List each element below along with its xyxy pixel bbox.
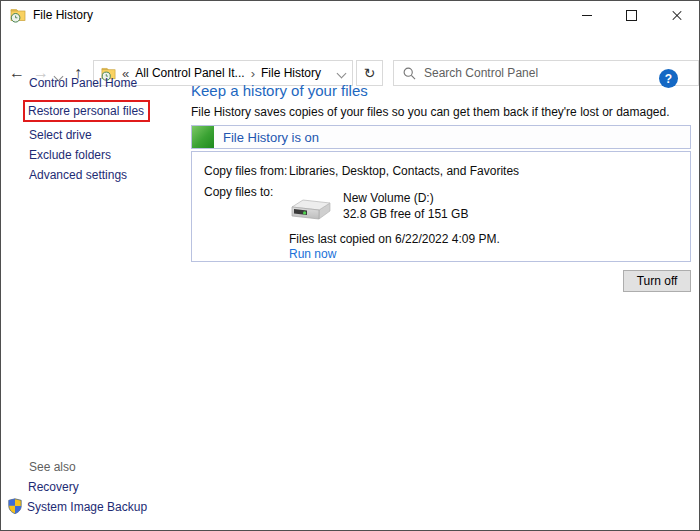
page-description: File History saves copies of your files … [191,105,670,119]
status-on-indicator [192,126,214,148]
address-dropdown-icon[interactable] [337,68,347,78]
last-copied-status: Files last copied on 6/22/2022 4:09 PM. [289,232,500,246]
uac-shield-icon [7,498,23,514]
sidebar-item-select-drive[interactable]: Select drive [29,128,92,142]
sidebar-item-system-image-backup[interactable]: System Image Backup [27,500,147,514]
breadcrumb-current[interactable]: File History [261,66,321,80]
refresh-icon: ↻ [364,65,376,81]
status-text: File History is on [223,130,319,145]
maximize-button[interactable] [609,1,654,29]
sidebar-item-recovery[interactable]: Recovery [28,480,79,494]
page-title: Keep a history of your files [191,82,368,99]
turn-off-button[interactable]: Turn off [623,270,691,292]
sidebar-item-control-panel-home[interactable]: Control Panel Home [29,76,137,90]
breadcrumb-separator-icon: › [251,66,255,81]
close-icon [671,9,683,21]
see-also-heading: See also [29,460,76,474]
file-history-app-icon [10,7,26,23]
help-icon: ? [665,72,672,86]
annotation-highlight-box: Restore personal files [23,100,150,122]
minimize-icon [582,15,592,16]
file-history-window: File History ← → ↑ « All Control Panel I… [0,0,700,531]
title-bar: File History [1,1,699,29]
close-button[interactable] [654,1,699,29]
window-controls [564,1,699,29]
target-drive-free-space: 32.8 GB free of 151 GB [343,207,468,221]
sidebar-item-restore-personal-files[interactable]: Restore personal files [28,104,144,118]
back-icon: ← [9,65,25,81]
sidebar-item-exclude-folders[interactable]: Exclude folders [29,148,111,162]
back-button[interactable]: ← [6,62,28,84]
run-now-link[interactable]: Run now [289,247,336,261]
window-title: File History [33,8,93,22]
help-button[interactable]: ? [659,69,678,88]
breadcrumb-parent[interactable]: All Control Panel It... [135,66,244,80]
sidebar-item-advanced-settings[interactable]: Advanced settings [29,168,127,182]
minimize-button[interactable] [564,1,609,29]
search-icon [403,67,416,80]
hard-drive-icon [289,196,333,224]
file-history-details-panel: Copy files from: Libraries, Desktop, Con… [191,151,691,262]
copy-from-label: Copy files from: [204,164,287,178]
target-drive-name: New Volume (D:) [343,191,434,205]
search-box[interactable] [393,60,699,86]
navigation-toolbar: ← → ↑ « All Control Panel It... › File H… [1,29,699,61]
status-banner: File History is on [191,125,691,149]
copy-to-label: Copy files to: [204,185,273,199]
copy-from-value: Libraries, Desktop, Contacts, and Favori… [289,164,519,178]
maximize-icon [626,10,637,21]
search-input[interactable] [424,66,689,80]
